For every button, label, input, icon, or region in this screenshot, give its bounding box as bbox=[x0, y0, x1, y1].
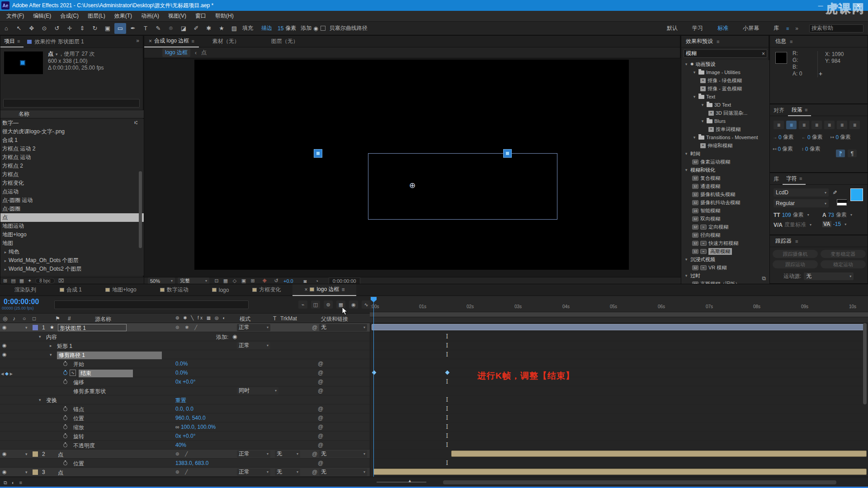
timeline-row[interactable]: ◉ ◀◆▶ ▾ 1 ★ ∿ 形状图层 1 ◉ ⊜ ✱ ╱ 正常▾ ▾ @ 无▾ … bbox=[0, 323, 868, 332]
effects-tree-item[interactable]: ▾ ✱ ✦ 动画预设 bbox=[681, 60, 769, 68]
close-icon[interactable]: × bbox=[304, 286, 307, 293]
tab-paragraph[interactable]: 段落≡ bbox=[788, 104, 811, 116]
timeline-row[interactable]: ◀◆▶ ∿ 缩放 ◉ ▾ ▾ @ ▾ 100.0, 100.0% @ bbox=[0, 422, 868, 432]
close-icon[interactable]: × bbox=[149, 38, 152, 44]
timeline-row[interactable]: ◀◆▶ ∿ 旋转 ◉ ▾ ▾ @ ▾ 0x +0.0° @ I bbox=[0, 432, 868, 441]
track-area[interactable]: I bbox=[370, 332, 868, 341]
audio-column-icon[interactable]: ♪ bbox=[13, 315, 15, 322]
zoom-slider-marker[interactable]: ▲ bbox=[408, 479, 412, 483]
twirl-icon[interactable]: ▾ bbox=[684, 151, 689, 156]
effects-tree-item[interactable]: ▾ ✦ 模糊和锐化 bbox=[681, 166, 769, 174]
stroke-width-value[interactable]: 15 bbox=[278, 25, 283, 32]
twirl-icon[interactable]: ▸ bbox=[50, 343, 52, 348]
tab-character[interactable]: 字符≡ bbox=[783, 173, 806, 185]
help-search-input[interactable]: 搜索帮助 bbox=[809, 24, 863, 33]
project-item[interactable]: 数字— ⑆ bbox=[0, 119, 144, 127]
property-value[interactable]: 40% bbox=[175, 442, 186, 448]
kerning-value[interactable]: 度量标准 bbox=[784, 221, 806, 229]
blend-mode-dropdown[interactable]: 正常▾ bbox=[237, 469, 270, 476]
menu-item[interactable]: 合成(C) bbox=[56, 11, 83, 22]
font-size-value[interactable]: 109 bbox=[782, 212, 791, 218]
justify-last-left-button[interactable]: ≡ bbox=[811, 121, 822, 129]
timeline-row[interactable]: ◀◆▶ ∿ 修剪多重形状 ◉ 同时▾ ▾ @ ▾ @ I bbox=[0, 386, 868, 395]
project-scrollbar[interactable] bbox=[139, 171, 142, 248]
stopwatch-icon[interactable] bbox=[63, 362, 67, 366]
effects-tree-item[interactable]: ✦ 32 摄像机抖动去模糊 bbox=[681, 198, 769, 206]
effects-tree-item[interactable]: ▾ ✦ Image - Utilities bbox=[681, 68, 769, 76]
zoom-tool-icon[interactable]: ⊙ bbox=[38, 23, 50, 34]
timeline-tab[interactable]: × 渲染队列 ≡ bbox=[3, 284, 48, 296]
stopwatch-icon[interactable] bbox=[63, 380, 67, 384]
timeline-tab[interactable]: × 方框变化 ≡ bbox=[241, 284, 292, 296]
pickwhip-icon[interactable]: @ bbox=[318, 370, 323, 376]
resolution-dropdown[interactable]: 完整▾ bbox=[178, 277, 209, 284]
parent-dropdown[interactable]: 无▾ bbox=[319, 469, 367, 476]
marker-strip[interactable] bbox=[370, 317, 868, 323]
row-label[interactable]: 变换 bbox=[46, 397, 57, 404]
track-area[interactable]: I bbox=[370, 377, 868, 386]
twirl-icon[interactable]: ▾ bbox=[25, 452, 28, 456]
eye-icon[interactable]: ◉ bbox=[2, 469, 7, 475]
home-tool-icon[interactable]: ⌂ bbox=[0, 23, 12, 34]
effects-tree-item[interactable]: ▾ ✦ Text bbox=[681, 93, 769, 101]
twirl-icon[interactable]: ▸ bbox=[2, 267, 9, 272]
row-label[interactable]: 点 bbox=[58, 451, 63, 459]
track-area[interactable]: I bbox=[370, 341, 868, 350]
panel-collapse-icon[interactable]: » bbox=[132, 36, 143, 47]
brush-tool-icon[interactable]: ✎ bbox=[152, 23, 164, 34]
guides-options-icon[interactable]: ⊞ bbox=[248, 278, 257, 284]
effects-search-input[interactable]: 模糊 × bbox=[684, 49, 767, 58]
add-icon[interactable]: ◉ bbox=[313, 25, 318, 32]
effects-tree-item[interactable]: ✦ 32 ⌁ 定向模糊 bbox=[681, 223, 769, 231]
keyframe-icon[interactable] bbox=[372, 371, 377, 375]
effects-tree-item[interactable]: ✦ 32 双向模糊 bbox=[681, 215, 769, 223]
effects-tree-item[interactable]: ▾ ✦ 沉浸式视频 bbox=[681, 255, 769, 263]
twirl-icon[interactable]: ▾ bbox=[684, 257, 689, 262]
shape-star-icon[interactable]: ★ bbox=[216, 23, 227, 34]
track-area[interactable]: I bbox=[370, 432, 868, 440]
layer-duration-bar[interactable] bbox=[451, 450, 867, 457]
property-value[interactable]: 重置 bbox=[175, 397, 186, 404]
breadcrumb-item[interactable]: 点 bbox=[201, 49, 207, 56]
lock-column-icon[interactable]: □ bbox=[33, 315, 36, 322]
panel-menu-icon[interactable]: ≡ bbox=[191, 38, 194, 44]
project-settings-icon[interactable]: ✦ bbox=[28, 278, 32, 284]
project-item[interactable]: 合成 1 bbox=[0, 136, 144, 145]
timeline-hscrollbar[interactable] bbox=[443, 480, 836, 484]
row-label[interactable]: 位置 bbox=[73, 460, 84, 468]
pickwhip-icon[interactable]: @ bbox=[318, 388, 323, 394]
workspace-item[interactable]: 库 bbox=[774, 24, 779, 32]
timeline-row[interactable]: ◀◆▶ ∿ 偏移 ◉ ▾ ▾ @ ▾ 0x +0.0° @ I bbox=[0, 377, 868, 386]
timeline-search-input[interactable] bbox=[54, 300, 249, 309]
project-item[interactable]: 点-圆圈 bbox=[0, 205, 144, 213]
track-area[interactable]: I bbox=[370, 323, 868, 332]
timeline-row[interactable]: ◉ ◀◆▶ ▾ 2 ∿ 点 ◉ ⊜ ╱ 正常▾ 无▾ @ 无▾ @ bbox=[0, 450, 868, 459]
effects-tree-item[interactable]: ▾ ✦ Blurs bbox=[681, 117, 769, 125]
effects-tree-item[interactable]: ▾ ✦ 过时 bbox=[681, 272, 769, 280]
roto-brush-tool-icon[interactable]: ✐ bbox=[190, 23, 202, 34]
timeline-tab[interactable]: × 数字运动 ≡ bbox=[148, 284, 200, 296]
row-label[interactable]: 内容 bbox=[46, 333, 57, 341]
timeline-row[interactable]: ◀◆▶ ▾ ∿ 变换 ◉ ▾ ▾ @ ▾ 重置 @ I bbox=[0, 395, 868, 404]
indent-field[interactable]: ↤ 0 像素 bbox=[773, 145, 802, 153]
row-label[interactable]: 矩形 1 bbox=[57, 343, 72, 350]
pickwhip-icon[interactable]: @ bbox=[318, 415, 323, 421]
graph-editor-icon[interactable]: ∿ bbox=[362, 300, 371, 309]
project-search-input[interactable] bbox=[3, 99, 140, 108]
region-of-interest-icon[interactable]: ▣ bbox=[239, 278, 248, 284]
twirl-icon[interactable]: ▸ bbox=[2, 250, 9, 254]
row-label[interactable]: 结束 bbox=[79, 370, 133, 377]
row-label[interactable]: 不透明度 bbox=[73, 442, 95, 450]
text-direction-rtl-button[interactable]: ¶ bbox=[848, 150, 857, 157]
trash-icon[interactable]: ⌧ bbox=[58, 278, 64, 284]
twirl-icon[interactable]: ▾ bbox=[39, 398, 41, 402]
tab-align[interactable]: 对齐 bbox=[770, 104, 788, 116]
menu-item[interactable]: 窗口 bbox=[191, 11, 211, 22]
clone-stamp-tool-icon[interactable]: ⌾ bbox=[165, 23, 177, 34]
row-label[interactable]: 偏移 bbox=[73, 379, 84, 386]
channel-icon[interactable]: ❉ bbox=[260, 278, 269, 284]
menu-item[interactable]: 文件(F) bbox=[2, 11, 28, 22]
blend-mode-dropdown[interactable]: 正常▾ bbox=[237, 342, 270, 349]
tab-effect-controls[interactable]: 效果控件 形状图层 1 bbox=[24, 36, 87, 47]
stopwatch-icon[interactable] bbox=[63, 425, 67, 429]
